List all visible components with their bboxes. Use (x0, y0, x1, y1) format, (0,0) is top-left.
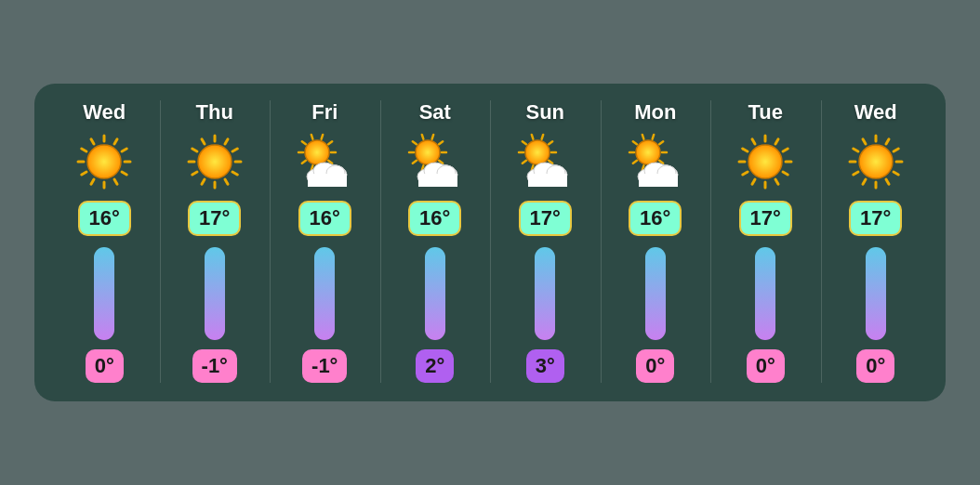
svg-point-102 (748, 145, 782, 178)
svg-line-11 (122, 149, 126, 151)
svg-line-62 (523, 161, 526, 164)
thermometer-bar (314, 247, 335, 340)
svg-line-32 (302, 141, 306, 144)
weather-icon-cloud-sun (405, 132, 465, 191)
temp-high: 16° (78, 201, 131, 236)
weather-card: Wed 16°0°Thu 17°-1°Fri (34, 84, 946, 401)
svg-line-66 (542, 135, 544, 139)
temp-low: 0° (636, 349, 674, 383)
thermometer-bar (755, 247, 775, 340)
temp-high: 17° (739, 201, 792, 236)
svg-line-5 (82, 172, 86, 175)
weather-icon-sun (74, 132, 134, 191)
svg-line-49 (422, 135, 424, 139)
svg-line-24 (232, 149, 237, 151)
temp-high: 16° (298, 201, 351, 236)
svg-line-8 (91, 139, 94, 144)
svg-line-33 (311, 135, 313, 139)
svg-line-10 (114, 139, 117, 144)
svg-line-105 (886, 179, 889, 184)
temp-high: 17° (849, 201, 902, 236)
svg-line-1 (122, 172, 126, 175)
day-col-2: Fri 16°-1° (270, 100, 380, 383)
day-label: Sun (525, 100, 564, 125)
svg-rect-73 (528, 174, 567, 187)
svg-line-83 (659, 141, 663, 144)
svg-rect-89 (639, 174, 678, 187)
svg-rect-41 (308, 174, 347, 187)
svg-line-17 (202, 179, 205, 184)
thermometer-wrap: 3° (490, 247, 601, 383)
svg-line-108 (854, 172, 858, 175)
svg-line-67 (549, 141, 552, 144)
svg-point-84 (636, 140, 660, 164)
svg-line-7 (82, 149, 86, 151)
temp-low: 0° (747, 349, 785, 383)
thermometer-wrap: 0° (49, 247, 160, 383)
svg-point-68 (525, 140, 550, 164)
temp-low: 0° (856, 349, 894, 383)
svg-line-51 (439, 141, 443, 144)
svg-line-20 (192, 149, 197, 151)
weather-icon-sun (846, 132, 906, 191)
svg-line-35 (328, 141, 332, 144)
svg-line-82 (652, 135, 654, 139)
svg-rect-57 (418, 174, 457, 187)
svg-point-115 (859, 145, 893, 178)
weather-icon-sun (185, 132, 245, 191)
day-label: Tue (748, 100, 783, 125)
day-label: Wed (83, 100, 126, 125)
svg-line-98 (752, 139, 755, 144)
svg-line-81 (642, 135, 644, 139)
svg-line-64 (523, 141, 526, 144)
thermometer-wrap: -1° (160, 247, 271, 383)
day-label: Sat (419, 100, 451, 125)
svg-line-107 (863, 179, 866, 184)
svg-line-21 (202, 139, 205, 144)
weather-icon-sun (735, 132, 795, 191)
svg-line-30 (302, 161, 306, 164)
day-col-6: Tue 17°0° (710, 100, 821, 383)
temp-high: 16° (629, 201, 682, 236)
thermometer-wrap: 0° (821, 247, 932, 383)
temp-low: 0° (86, 349, 124, 383)
svg-line-97 (743, 149, 748, 151)
weather-icon-cloud-sun (626, 132, 685, 191)
svg-line-100 (775, 139, 778, 144)
day-label: Wed (854, 100, 897, 125)
svg-line-46 (413, 161, 417, 164)
weather-icon-cloud-sun (295, 132, 354, 191)
day-label: Thu (196, 100, 233, 125)
svg-line-114 (894, 149, 898, 151)
svg-line-78 (633, 161, 637, 164)
svg-line-80 (633, 141, 637, 144)
svg-point-12 (87, 145, 121, 178)
svg-line-48 (413, 141, 417, 144)
day-col-0: Wed 16°0° (49, 100, 160, 383)
svg-line-95 (743, 172, 748, 175)
svg-point-36 (305, 140, 329, 164)
day-col-3: Sat 16°2° (380, 100, 491, 383)
temp-high: 17° (519, 201, 572, 236)
svg-line-113 (886, 139, 889, 144)
temp-low: -1° (302, 349, 347, 383)
svg-line-23 (225, 139, 228, 144)
svg-line-34 (322, 135, 324, 139)
temp-low: -1° (192, 349, 237, 383)
svg-line-4 (91, 179, 94, 184)
day-label: Mon (634, 100, 676, 125)
svg-line-104 (894, 172, 898, 175)
thermometer-wrap: 2° (380, 247, 491, 383)
svg-line-91 (783, 172, 788, 175)
svg-line-14 (232, 172, 237, 175)
temp-low: 2° (416, 349, 454, 383)
svg-line-15 (225, 179, 228, 184)
svg-point-25 (198, 145, 232, 178)
thermometer-bar (866, 247, 886, 340)
thermometer-wrap: -1° (270, 247, 380, 383)
svg-line-65 (532, 135, 534, 139)
thermometer-bar (205, 247, 225, 340)
temp-high: 17° (188, 201, 241, 236)
svg-line-92 (775, 179, 778, 184)
day-col-1: Thu 17°-1° (160, 100, 271, 383)
